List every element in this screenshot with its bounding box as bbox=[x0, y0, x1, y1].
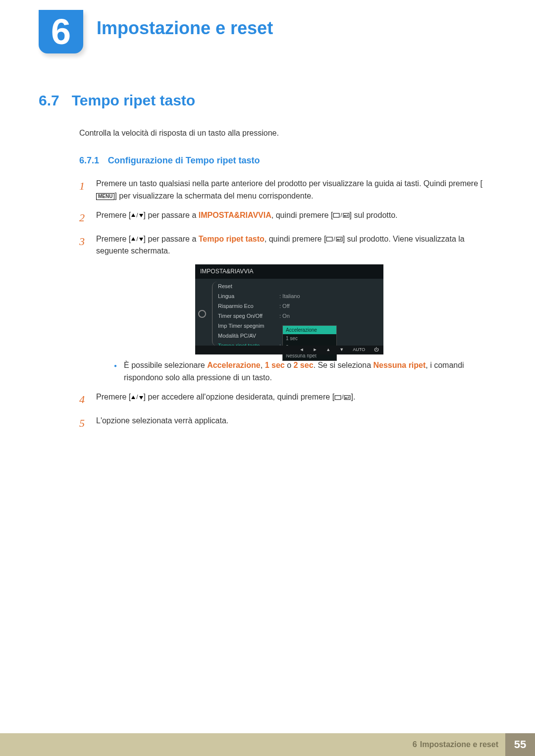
note-bullet: ● È possibile selezionare Accelerazione,… bbox=[114, 359, 495, 384]
osd-item: Lingua bbox=[216, 292, 279, 301]
nav-left-icon: ◄ bbox=[299, 347, 304, 353]
section-title: Tempo ripet tasto bbox=[72, 92, 195, 109]
step-text: Premere [ bbox=[96, 211, 131, 219]
section-number: 6.7 bbox=[39, 92, 59, 109]
step-number: 2 bbox=[79, 209, 87, 226]
nav-up-icon: ▲ bbox=[326, 347, 330, 353]
svg-rect-13 bbox=[344, 396, 350, 400]
step-text: Premere [ bbox=[96, 393, 131, 401]
svg-marker-4 bbox=[344, 215, 345, 217]
page-footer: 6 Impostazione e reset 55 bbox=[0, 733, 535, 756]
step-text: , quindi premere [ bbox=[271, 211, 333, 219]
osd-dropdown-item: Accelerazione bbox=[283, 326, 336, 335]
osd-bottom-bar: ◄ ► ▲ ▼ AUTO ⏻ bbox=[195, 346, 383, 354]
bullet-icon: ● bbox=[114, 359, 117, 384]
svg-rect-7 bbox=[326, 237, 332, 241]
note-text: . Se si seleziona bbox=[314, 361, 374, 369]
svg-marker-14 bbox=[345, 397, 346, 399]
section-intro: Controlla la velocità di risposta di un … bbox=[79, 129, 495, 138]
gear-icon bbox=[198, 310, 206, 318]
note-text: È possibile selezionare bbox=[124, 361, 207, 369]
step-text: L'opzione selezionata verrà applicata. bbox=[96, 416, 228, 425]
up-down-icon: / bbox=[131, 211, 143, 220]
footer-chapter-title: Impostazione e reset bbox=[420, 740, 498, 749]
step-3: 3 Premere [/] per passare a Tempo ripet … bbox=[79, 233, 495, 384]
highlight-text: 1 sec bbox=[265, 361, 285, 369]
up-down-icon: / bbox=[131, 235, 143, 244]
step-1: 1 Premere un tasto qualsiasi nella parte… bbox=[79, 178, 495, 202]
step-text: ]. bbox=[351, 393, 355, 401]
svg-rect-12 bbox=[335, 396, 341, 400]
step-text: , quindi premere [ bbox=[265, 235, 326, 243]
svg-marker-6 bbox=[139, 238, 143, 241]
step-text: Premere un tasto qualsiasi nella parte a… bbox=[96, 179, 482, 188]
subsection-title: Configurazione di Tempo ripet tasto bbox=[108, 155, 260, 165]
enter-icon: / bbox=[334, 393, 351, 402]
svg-marker-1 bbox=[139, 214, 143, 217]
step-number: 1 bbox=[79, 178, 87, 202]
step-text: ] per accedere all'opzione desiderata, q… bbox=[144, 393, 335, 401]
step-number: 5 bbox=[79, 415, 87, 432]
osd-item: Reset bbox=[216, 282, 279, 291]
chapter-number-tab: 6 bbox=[39, 10, 83, 53]
chapter-title: Impostazione e reset bbox=[97, 18, 273, 39]
osd-dropdown-item: 1 sec bbox=[283, 334, 336, 343]
enter-icon: / bbox=[333, 211, 349, 220]
power-icon: ⏻ bbox=[374, 347, 378, 353]
svg-marker-11 bbox=[139, 396, 143, 400]
svg-marker-9 bbox=[337, 239, 338, 241]
osd-dropdown: Accelerazione 1 sec 2 sec Nessuna ripet bbox=[282, 325, 337, 361]
step-4: 4 Premere [/] per accedere all'opzione d… bbox=[79, 391, 495, 408]
osd-screenshot: IMPOSTA&RIAVVIA Reset Lingua: Italiano R… bbox=[195, 264, 383, 354]
svg-rect-8 bbox=[336, 237, 342, 241]
step-text: Premere [ bbox=[96, 235, 131, 243]
step-text: ] per passare a bbox=[144, 235, 199, 243]
step-text: ] sul prodotto. bbox=[350, 211, 398, 219]
step-text: ] per visualizzare la schermata del menu… bbox=[114, 192, 313, 200]
svg-marker-10 bbox=[131, 396, 135, 399]
nav-right-icon: ► bbox=[313, 347, 317, 353]
auto-label: AUTO bbox=[353, 347, 365, 353]
osd-item: Timer speg On/Off bbox=[216, 312, 279, 320]
note-text: o bbox=[285, 361, 294, 369]
svg-rect-3 bbox=[343, 213, 349, 217]
osd-item: Imp Timer spegnim bbox=[216, 322, 279, 330]
svg-marker-5 bbox=[131, 237, 135, 241]
step-number: 4 bbox=[79, 391, 87, 408]
svg-rect-2 bbox=[333, 213, 339, 217]
step-5: 5 L'opzione selezionata verrà applicata. bbox=[79, 415, 495, 432]
footer-chapter-number: 6 bbox=[413, 740, 417, 749]
subsection-number: 6.7.1 bbox=[79, 155, 99, 165]
osd-item: Modalità PC/AV bbox=[216, 332, 279, 340]
highlight-text: Tempo ripet tasto bbox=[199, 235, 265, 243]
svg-marker-0 bbox=[131, 213, 135, 217]
up-down-icon: / bbox=[131, 393, 143, 402]
menu-button-icon: MENU bbox=[96, 193, 114, 200]
page-number: 55 bbox=[505, 733, 535, 756]
highlight-text: 2 sec bbox=[293, 361, 313, 369]
enter-icon: / bbox=[326, 235, 342, 244]
note-text: , bbox=[261, 361, 265, 369]
osd-title: IMPOSTA&RIAVVIA bbox=[195, 264, 383, 279]
osd-item: Risparmio Eco bbox=[216, 302, 279, 310]
nav-down-icon: ▼ bbox=[339, 347, 344, 353]
highlight-text: Nessuna ripet bbox=[373, 361, 426, 369]
highlight-text: IMPOSTA&RIAVVIA bbox=[199, 211, 271, 219]
step-text: ] per passare a bbox=[144, 211, 199, 219]
step-2: 2 Premere [/] per passare a IMPOSTA&RIAV… bbox=[79, 209, 495, 226]
highlight-text: Accelerazione bbox=[207, 361, 261, 369]
step-number: 3 bbox=[79, 233, 87, 384]
